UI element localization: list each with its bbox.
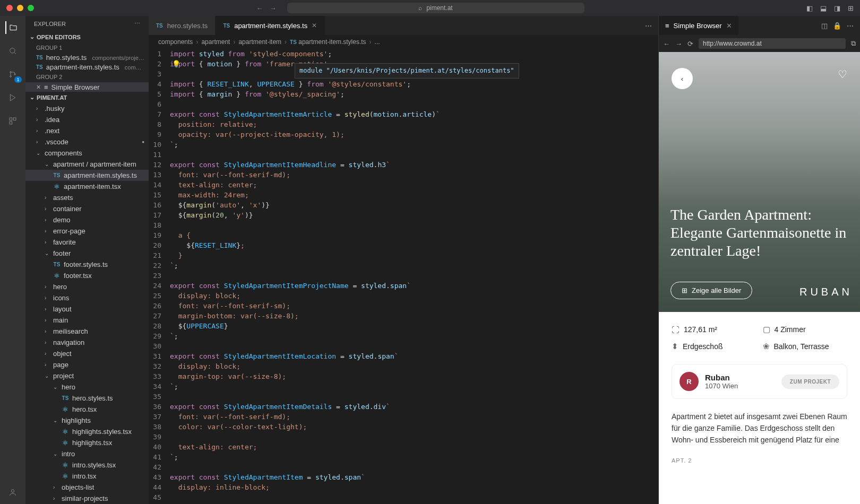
tree-item[interactable]: ›demo: [25, 214, 149, 225]
code-line[interactable]: 1import styled from 'styled-components';: [149, 49, 658, 59]
tree-item[interactable]: ⌄components: [25, 147, 149, 159]
code-line[interactable]: 13 font: var(--font-serif-md);: [149, 170, 658, 180]
tree-item[interactable]: ⚛footer.tsx: [25, 270, 149, 281]
tree-item[interactable]: ›favorite: [25, 237, 149, 248]
tree-item[interactable]: ⌄project: [25, 370, 149, 381]
tree-item[interactable]: ›layout: [25, 303, 149, 315]
tree-item[interactable]: ›assets: [25, 192, 149, 203]
code-line[interactable]: 35: [149, 392, 658, 402]
code-line[interactable]: 29`;: [149, 331, 658, 341]
code-line[interactable]: 24export const StyledApartmentItemProjec…: [149, 281, 658, 291]
tree-item[interactable]: ⚛hero.tsx: [25, 404, 149, 415]
minimize-window[interactable]: [17, 5, 23, 11]
editor-tab[interactable]: TShero.styles.ts: [149, 16, 216, 35]
tree-item[interactable]: ⚛highlights.styles.tsx: [25, 426, 149, 437]
tree-item[interactable]: TSfooter.styles.ts: [25, 259, 149, 270]
panel-bottom-icon[interactable]: ⬓: [820, 4, 827, 12]
more-icon[interactable]: ⋯: [847, 22, 854, 30]
explorer-icon[interactable]: [5, 21, 19, 34]
code-line[interactable]: 26 font: var(--font-serif-sm);: [149, 301, 658, 311]
open-editor-item[interactable]: TS apartment-item.styles.ts compon...: [25, 63, 149, 72]
code-line[interactable]: 42: [149, 462, 658, 472]
code-line[interactable]: 39: [149, 432, 658, 442]
close-window[interactable]: [6, 5, 13, 11]
code-line[interactable]: 8 position: relative;: [149, 119, 658, 129]
code-line[interactable]: 36export const StyledApartmentItemDetail…: [149, 402, 658, 412]
code-line[interactable]: 31export const StyledApartmentItemLocati…: [149, 351, 658, 361]
back-button[interactable]: ‹: [672, 68, 693, 89]
code-line[interactable]: 44 display: inline-block;: [149, 482, 658, 492]
code-line[interactable]: 34`;: [149, 381, 658, 392]
code-line[interactable]: 28 ${UPPERCASE}: [149, 321, 658, 331]
tree-item[interactable]: ⌄highlights: [25, 415, 149, 426]
code-line[interactable]: 9 opacity: var(--project-item-opacity, 1…: [149, 129, 658, 140]
tree-item[interactable]: ›.idea: [25, 114, 149, 125]
source-control-icon[interactable]: 1: [6, 68, 19, 81]
close-icon[interactable]: ✕: [726, 22, 732, 30]
code-line[interactable]: 16 ${margin('auto', 'x')}: [149, 200, 658, 210]
extensions-icon[interactable]: [6, 115, 19, 127]
tree-item[interactable]: ›main: [25, 315, 149, 326]
code-line[interactable]: 4import { RESET_LINK, UPPERCASE } from '…: [149, 79, 658, 89]
tree-item[interactable]: ›.husky: [25, 103, 149, 114]
code-line[interactable]: 10`;: [149, 140, 658, 150]
code-line[interactable]: 18: [149, 220, 658, 230]
layout-icon[interactable]: ⊞: [848, 4, 854, 12]
breadcrumb-item[interactable]: TS apartment-item.styles.ts: [290, 38, 366, 46]
code-line[interactable]: 27 margin-bottom: var(--size-8);: [149, 311, 658, 321]
code-line[interactable]: 37 font: var(--font-serif-md);: [149, 412, 658, 422]
search-activity-icon[interactable]: [6, 45, 19, 57]
code-line[interactable]: 19 a {: [149, 230, 658, 240]
tree-item[interactable]: ⚛intro.styles.tsx: [25, 459, 149, 471]
forward-icon[interactable]: →: [675, 40, 682, 48]
close-icon[interactable]: ✕: [312, 22, 317, 29]
split-icon[interactable]: ◫: [821, 22, 828, 30]
forward-arrow-icon[interactable]: →: [270, 4, 277, 12]
reload-icon[interactable]: ⟳: [687, 40, 693, 48]
code-line[interactable]: 21 }: [149, 250, 658, 260]
accounts-icon[interactable]: [6, 486, 19, 499]
code-line[interactable]: 5import { margin } from '@styles/_spacin…: [149, 89, 658, 99]
code-line[interactable]: 25 display: block;: [149, 291, 658, 301]
code-line[interactable]: 38 color: var(--color-text-light);: [149, 422, 658, 432]
tree-item[interactable]: ⌄intro: [25, 448, 149, 459]
tree-item[interactable]: ›.next: [25, 125, 149, 136]
tree-item[interactable]: ⌄footer: [25, 248, 149, 259]
code-line[interactable]: 17 ${margin(20, 'y')}: [149, 210, 658, 220]
code-line[interactable]: 20 ${RESET_LINK};: [149, 240, 658, 250]
code-line[interactable]: 41`;: [149, 452, 658, 462]
tree-item[interactable]: ›object: [25, 348, 149, 359]
code-line[interactable]: 22`;: [149, 260, 658, 271]
tree-item[interactable]: ⚛apartment-item.tsx: [25, 181, 149, 192]
tree-item[interactable]: ⌄hero: [25, 381, 149, 393]
close-icon[interactable]: ✕: [36, 84, 41, 91]
code-line[interactable]: 40 text-align: center;: [149, 442, 658, 452]
code-line[interactable]: 15 max-width: 24rem;: [149, 190, 658, 200]
back-arrow-icon[interactable]: ←: [256, 4, 263, 12]
editor-tab[interactable]: TSapartment-item.styles.ts✕: [216, 16, 325, 35]
back-icon[interactable]: ←: [663, 40, 670, 48]
tree-item[interactable]: ›navigation: [25, 337, 149, 348]
breadcrumb[interactable]: components›apartment›apartment-item›TS a…: [149, 35, 658, 49]
breadcrumb-item[interactable]: apartment-item: [238, 38, 281, 46]
command-center[interactable]: ⌕ piment.at: [287, 3, 584, 13]
tree-item[interactable]: ›container: [25, 203, 149, 214]
tree-item[interactable]: ›meilisearch: [25, 326, 149, 337]
tree-item[interactable]: TShero.styles.ts: [25, 393, 149, 404]
code-line[interactable]: 33 margin-top: var(--size-8);: [149, 371, 658, 381]
open-external-icon[interactable]: ⧉: [851, 39, 856, 48]
more-actions-icon[interactable]: ⋯: [645, 22, 652, 30]
code-line[interactable]: 12export const StyledApartmentItemHeadli…: [149, 160, 658, 170]
lock-icon[interactable]: 🔒: [833, 22, 841, 30]
show-all-images-button[interactable]: ⊞ Zeige alle Bilder: [670, 282, 752, 299]
tree-item[interactable]: ›icons: [25, 292, 149, 303]
code-line[interactable]: 43export const StyledApartmentItem = sty…: [149, 472, 658, 482]
code-line[interactable]: 45: [149, 492, 658, 502]
panel-right-icon[interactable]: ◨: [834, 4, 840, 12]
tree-item[interactable]: ›page: [25, 359, 149, 370]
tree-item[interactable]: ⚛highlights.tsx: [25, 437, 149, 448]
favorite-icon[interactable]: ♡: [838, 68, 847, 81]
code-line[interactable]: 32 display: block;: [149, 361, 658, 371]
project-section[interactable]: ⌄PIMENT.AT: [25, 92, 149, 103]
breadcrumb-item[interactable]: apartment: [201, 38, 230, 46]
